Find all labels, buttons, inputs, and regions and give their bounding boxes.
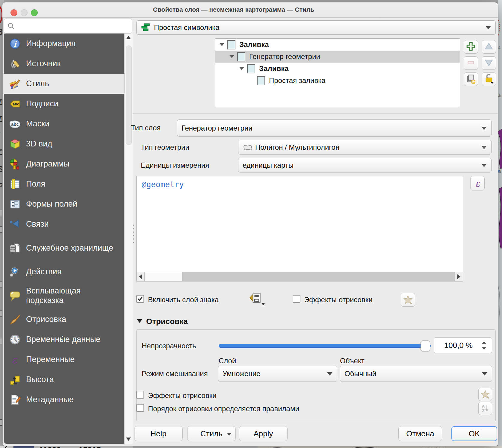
sidebar-item-label: Действия <box>26 267 61 276</box>
title-bar[interactable]: Свойства слоя — несмежная картограмма — … <box>2 2 498 18</box>
sidebar-item-3d-view[interactable]: 3D вид <box>4 134 124 154</box>
sidebar-item-auxiliary-storage[interactable]: Служебное хранилище <box>4 234 124 262</box>
spin-up-icon[interactable] <box>482 341 486 344</box>
expand-arrow-icon[interactable] <box>220 43 224 46</box>
opacity-slider[interactable] <box>219 344 431 348</box>
svg-text:Z: Z <box>482 408 484 413</box>
remove-symbol-layer-button[interactable] <box>464 56 478 70</box>
sidebar-item-source[interactable]: Источник <box>4 54 124 74</box>
sidebar-item-style[interactable]: Стиль <box>4 74 124 94</box>
scroll-down-icon[interactable] <box>126 438 131 441</box>
add-symbol-layer-button[interactable] <box>464 40 478 54</box>
arrow-up-icon <box>483 41 494 53</box>
expand-arrow-icon[interactable] <box>229 55 234 58</box>
sidebar-item-map-tips[interactable]: Всплывающая подсказка <box>4 282 124 309</box>
sidebar-item-label: Поля <box>26 179 45 189</box>
sidebar-item-actions[interactable]: Действия <box>4 262 124 282</box>
scrollbar-thumb[interactable] <box>145 272 182 281</box>
style-menu-button[interactable]: Стиль <box>187 426 236 441</box>
symbol-tree-node-fill-sub[interactable]: Заливка <box>215 63 460 75</box>
duplicate-icon: ✳ <box>465 73 476 85</box>
symbol-draw-effects-checkbox[interactable] <box>293 295 300 303</box>
blend-layer-column-label: Слой <box>219 357 236 365</box>
elevation-icon <box>9 373 21 386</box>
spin-down-icon[interactable] <box>482 347 486 349</box>
unlock-icon <box>483 73 494 85</box>
section-collapse-icon[interactable] <box>137 319 142 323</box>
sidebar-item-metadata[interactable]: Метаданные <box>4 390 124 410</box>
scroll-left-button[interactable] <box>137 272 145 281</box>
sidebar-item-label: Высота <box>26 375 54 384</box>
background-map-right-strip: Z din IN <box>498 0 502 448</box>
scroll-right-button[interactable] <box>455 272 463 281</box>
symbol-tree-node-label: Заливка <box>259 64 289 73</box>
geometry-type-label: Тип геометрии <box>141 143 189 152</box>
help-button[interactable]: Help <box>134 426 183 441</box>
symbol-preview-swatch <box>247 64 255 73</box>
svg-text:✳: ✳ <box>472 79 475 84</box>
epsilon-icon: ε <box>475 178 480 189</box>
opacity-spinbox[interactable]: 100,0 % <box>434 337 492 353</box>
symbol-effects-customize-button[interactable] <box>401 293 415 307</box>
sidebar-item-masks[interactable]: abcМаски <box>4 114 124 134</box>
expression-text[interactable]: @geometry <box>142 180 184 189</box>
sidebar-item-information[interactable]: iИнформация <box>4 34 124 54</box>
ok-button-label: OK <box>469 429 480 438</box>
sidebar-item-labels[interactable]: abcПодписи <box>4 94 124 114</box>
expression-horizontal-scrollbar[interactable] <box>137 272 463 281</box>
style-button-label: Стиль <box>200 429 223 438</box>
expression-editor[interactable]: @geometry <box>136 176 463 281</box>
symbol-tree-node-simple-fill[interactable]: Простая заливка <box>215 75 460 87</box>
sidebar-scrollbar[interactable] <box>124 34 133 444</box>
expression-builder-button[interactable]: ε <box>470 176 485 190</box>
symbol-layer-tree[interactable]: ЗаливкаГенератор геометрииЗаливкаПростая… <box>215 38 460 107</box>
speech-bubble-icon <box>9 289 21 302</box>
joins-icon <box>9 218 21 231</box>
scroll-up-icon[interactable] <box>126 36 131 39</box>
symbol-type-combo[interactable]: Простая символика <box>136 20 496 35</box>
sidebar-item-elevation[interactable]: Высота <box>4 370 124 390</box>
search-input[interactable] <box>17 22 129 30</box>
background-checkmark <box>1 446 8 448</box>
sidebar-item-temporal[interactable]: Временны́е данные <box>4 329 124 349</box>
opacity-label: Непрозрачность <box>142 342 196 350</box>
move-layer-up-button[interactable] <box>482 40 496 54</box>
sidebar-search[interactable] <box>4 19 132 34</box>
panel-splitter-handle[interactable] <box>133 225 135 243</box>
sidebar-item-joins[interactable]: Связи <box>4 214 124 234</box>
symbol-tree-node-fill-root[interactable]: Заливка <box>215 39 460 51</box>
symbol-layer-dropdown-icon[interactable] <box>249 291 266 306</box>
enable-symbol-layer-checkbox[interactable] <box>136 295 144 303</box>
feature-order-settings-button[interactable]: A Z <box>478 402 492 415</box>
source-icon <box>9 57 21 70</box>
brush-icon <box>9 313 21 326</box>
minus-icon <box>465 57 476 69</box>
cancel-button[interactable]: Отмена <box>398 426 442 441</box>
sidebar-item-fields[interactable]: Поля <box>4 174 124 194</box>
sidebar-item-rendering[interactable]: Отрисовка <box>4 309 124 329</box>
control-feature-order-checkbox[interactable] <box>136 404 144 412</box>
sidebar-item-variables[interactable]: εПеременные <box>4 349 124 370</box>
duplicate-symbol-layer-button[interactable]: ✳ <box>464 72 478 86</box>
layer-blend-mode-combo[interactable]: Умножение <box>218 366 337 382</box>
layer-draw-effects-checkbox[interactable] <box>136 391 144 399</box>
feature-blend-mode-combo[interactable]: Обычный <box>340 366 492 382</box>
ok-button[interactable]: OK <box>451 426 497 441</box>
masks-icon: abc <box>9 118 21 130</box>
sidebar-item-diagrams[interactable]: Диаграммы <box>4 154 124 174</box>
expand-arrow-icon[interactable] <box>239 67 244 70</box>
symbol-tree-node-geometry-generator[interactable]: Генератор геометрии <box>215 51 460 63</box>
layer-rendering-section-title[interactable]: Отрисовка <box>146 317 188 326</box>
layer-blend-mode-value: Умножение <box>223 370 260 378</box>
layer-effects-customize-button[interactable] <box>478 388 492 401</box>
sidebar-item-label: 3D вид <box>26 139 52 149</box>
units-combo[interactable]: единицы карты <box>238 158 492 172</box>
move-layer-down-button[interactable] <box>482 56 496 70</box>
layer-type-combo[interactable]: Генератор геометрии <box>177 119 492 137</box>
opacity-slider-handle[interactable] <box>421 340 430 351</box>
checkmark-icon <box>137 296 143 302</box>
apply-button[interactable]: Apply <box>239 426 288 441</box>
geometry-type-combo[interactable]: Полигон / Мультиполигон <box>238 140 492 155</box>
lock-layer-color-button[interactable] <box>482 72 496 86</box>
sidebar-item-attributes-form[interactable]: Формы полей <box>4 194 124 214</box>
